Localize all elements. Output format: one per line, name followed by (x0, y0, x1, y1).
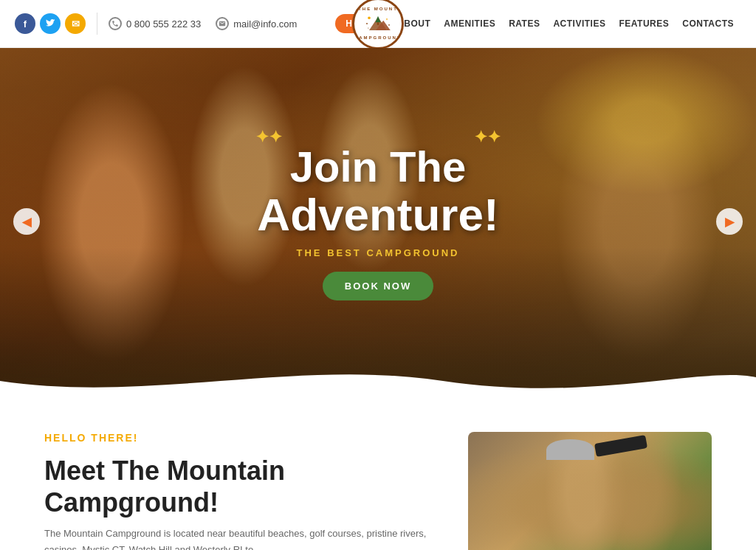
svg-point-9 (388, 29, 388, 30)
svg-point-5 (386, 18, 388, 20)
nav-features[interactable]: FEATURES (619, 18, 669, 29)
phone-contact: 0 800 555 222 33 (109, 17, 201, 30)
email-social-button[interactable]: ✉ (65, 13, 86, 34)
svg-rect-3 (377, 22, 379, 25)
phone-number: 0 800 555 222 33 (126, 18, 201, 30)
book-now-button[interactable]: BOOK NOW (323, 272, 433, 300)
hero-content: ✦✦ ✦✦ Join The Adventure! THE BEST CAMPG… (255, 128, 501, 301)
nav-rates[interactable]: RATES (509, 18, 540, 29)
hero-prev-button[interactable]: ◀ (13, 208, 40, 235)
header: f ✉ 0 800 555 222 33 mail@info.com THE M… (0, 0, 756, 48)
hero-title-line2: Adventure! (255, 190, 501, 240)
hero-title: Join The Adventure! (255, 143, 501, 241)
hero-section: ◀ ✦✦ ✦✦ Join The Adventure! THE BEST CAM… (0, 48, 756, 395)
logo[interactable]: THE MOUNT CAMPGROUND (352, 0, 404, 49)
nav-contacts[interactable]: CONTACTS (682, 18, 734, 29)
content-hello: HELLO THERE! (44, 432, 431, 444)
twitter-button[interactable] (40, 13, 61, 34)
svg-marker-2 (375, 16, 380, 22)
nav-amenities[interactable]: AMENITIES (444, 18, 495, 29)
hero-subtitle: THE BEST CAMPGROUND (255, 247, 501, 258)
facebook-button[interactable]: f (15, 13, 35, 34)
header-divider (97, 13, 97, 35)
svg-point-7 (388, 24, 390, 26)
sparkle-left-icon: ✦✦ (255, 128, 282, 147)
content-image (468, 432, 712, 550)
phone-icon (109, 17, 122, 30)
content-section: HELLO THERE! Meet The Mountain Campgroun… (0, 395, 756, 550)
hero-wave (0, 359, 756, 395)
content-title: Meet The Mountain Campground! (44, 455, 431, 518)
email-icon (216, 17, 229, 30)
email-contact: mail@info.com (216, 17, 297, 30)
svg-point-4 (368, 16, 371, 19)
sparkle-right-icon: ✦✦ (474, 128, 501, 147)
svg-point-6 (366, 23, 368, 24)
nav-activities[interactable]: ACTIVITIES (553, 18, 605, 29)
svg-point-8 (368, 27, 368, 28)
email-address: mail@info.com (233, 18, 297, 30)
hero-next-button[interactable]: ▶ (716, 208, 743, 235)
content-description: The Mountain Campground is located near … (44, 526, 431, 550)
content-left: HELLO THERE! Meet The Mountain Campgroun… (44, 432, 431, 550)
social-icons: f ✉ (15, 13, 86, 34)
contact-info: 0 800 555 222 33 mail@info.com (109, 17, 297, 30)
